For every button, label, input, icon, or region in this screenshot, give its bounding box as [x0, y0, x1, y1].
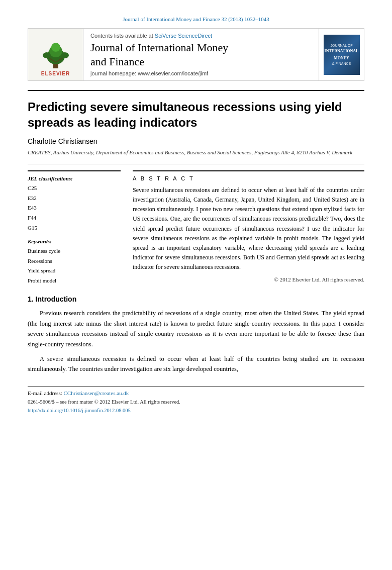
keyword-probit-model: Probit model: [28, 276, 121, 286]
jel-code-f44: F44: [28, 213, 121, 223]
issn-line: 0261-5606/$ – see front matter © 2012 El…: [28, 399, 364, 405]
svg-point-7: [61, 52, 69, 58]
abstract-right: A B S T R A C T Severe simultaneous rece…: [133, 170, 364, 286]
section1-para1: Previous research considers the predicta…: [28, 308, 364, 350]
journal-title-line2: and Finance: [90, 55, 144, 68]
header-divider: [28, 90, 364, 91]
jel-code-g15: G15: [28, 223, 121, 233]
footer-section: E-mail address: CChristiansen@creates.au…: [28, 387, 364, 414]
jel-codes: C25 E32 E43 F44 G15: [28, 183, 121, 233]
svg-point-6: [43, 52, 51, 58]
header-center: Contents lists available at SciVerse Sci…: [83, 29, 319, 80]
keywords-list: Business cycle Recessions Yield spread P…: [28, 246, 121, 286]
homepage-label: journal homepage:: [90, 70, 136, 76]
jel-code-e43: E43: [28, 203, 121, 213]
contents-text: Contents lists available at: [90, 33, 155, 39]
doi-line: http://dx.doi.org/10.1016/j.jimonfin.201…: [28, 406, 364, 414]
contents-line: Contents lists available at SciVerse Sci…: [90, 33, 212, 39]
doi-link[interactable]: http://dx.doi.org/10.1016/j.jimonfin.201…: [28, 408, 131, 413]
sciverse-link[interactable]: SciVerse ScienceDirect: [155, 33, 212, 39]
elsevier-label: ELSEVIER: [41, 71, 70, 76]
author-name: Charlotte Christiansen: [28, 137, 364, 145]
copyright-line: © 2012 Elsevier Ltd. All rights reserved…: [133, 276, 364, 282]
author-affiliation: CREATES, Aarhus University, Department o…: [28, 148, 364, 157]
keywords-label: Keywords:: [28, 238, 121, 244]
jel-code-e32: E32: [28, 194, 121, 204]
abstract-section: JEL classifications: C25 E32 E43 F44 G15…: [28, 170, 364, 286]
keyword-recessions: Recessions: [28, 256, 121, 266]
jel-label: JEL classifications:: [28, 175, 121, 181]
email-link[interactable]: CChristiansen@creates.au.dk: [63, 390, 129, 396]
journal-title-banner: Journal of International Money and Finan…: [90, 41, 228, 68]
journal-title-line1: Journal of International Money: [90, 41, 228, 54]
journal-homepage: journal homepage: www.elsevier.com/locat…: [90, 70, 208, 76]
article-title: Predicting severe simultaneous recession…: [28, 99, 364, 130]
abstract-label: A B S T R A C T: [133, 175, 364, 181]
left-sidebar: JEL classifications: C25 E32 E43 F44 G15…: [28, 170, 121, 286]
section1-para2: A severe simultaneous recession is defin…: [28, 354, 364, 374]
cover-text-money: MONEY: [334, 56, 349, 61]
journal-cover-image: JOURNAL OF INTERNATIONAL MONEY & FINANCE: [324, 35, 360, 75]
homepage-url: www.elsevier.com/locate/jimf: [138, 70, 208, 76]
elsevier-tree-icon: [36, 41, 76, 69]
email-line: E-mail address: CChristiansen@creates.au…: [28, 390, 364, 396]
affiliation-divider: [28, 164, 364, 164]
header-banner: ELSEVIER Contents lists available at Sci…: [28, 28, 364, 81]
journal-link-bar: Journal of International Money and Finan…: [28, 15, 364, 23]
journal-cover-right: JOURNAL OF INTERNATIONAL MONEY & FINANCE: [319, 29, 364, 80]
jel-code-c25: C25: [28, 183, 121, 194]
keyword-yield-spread: Yield spread: [28, 266, 121, 276]
section1-heading: 1. Introduction: [28, 295, 364, 303]
keyword-business-cycle: Business cycle: [28, 246, 121, 256]
abstract-text: Severe simultaneous recessions are defin…: [133, 185, 364, 272]
journal-link[interactable]: Journal of International Money and Finan…: [123, 16, 269, 22]
cover-text-international: INTERNATIONAL: [325, 49, 359, 54]
svg-point-3: [51, 43, 60, 52]
cover-text-finance: & FINANCE: [332, 61, 351, 66]
cover-text-journal: JOURNAL OF: [330, 43, 352, 48]
email-label: E-mail address:: [28, 390, 62, 396]
elsevier-logo-left: ELSEVIER: [28, 29, 83, 80]
